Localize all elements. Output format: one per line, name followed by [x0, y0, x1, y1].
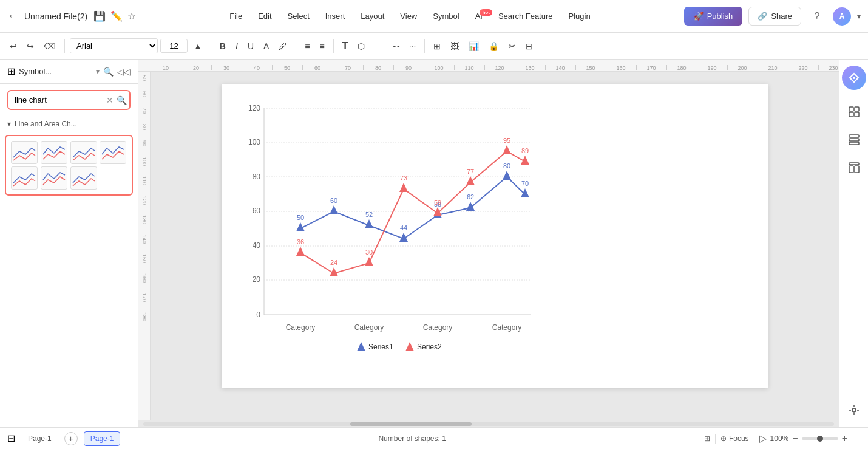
table-button[interactable]: ⊞ — [430, 39, 444, 53]
add-page-icon: + — [69, 434, 73, 444]
text-button[interactable]: T — [339, 38, 352, 54]
cut-button[interactable]: ✂ — [505, 39, 520, 53]
style-icon — [848, 106, 860, 118]
svg-text:80: 80 — [503, 162, 510, 170]
menu-item-ai[interactable]: AIhot — [468, 8, 490, 24]
star-icon[interactable]: ☆ — [127, 10, 136, 22]
play-icon[interactable]: ▷ — [759, 433, 767, 444]
help-button[interactable]: ? — [807, 7, 827, 26]
target-icon: ⊕ — [721, 434, 727, 443]
panel-chevron-icon: ▾ — [96, 67, 100, 76]
redo-button[interactable]: ↪ — [23, 39, 38, 53]
svg-rect-49 — [849, 142, 859, 145]
font-family-select[interactable]: Arial Helvetica Times New Roman — [70, 38, 158, 53]
line-color-button[interactable]: — — [371, 39, 387, 53]
artstudio-button[interactable] — [842, 66, 866, 90]
dash-line-button[interactable]: ··· — [405, 39, 420, 53]
back-button[interactable]: ← — [7, 10, 18, 22]
share-button[interactable]: 🔗 Share — [748, 7, 801, 26]
italic-button[interactable]: I — [232, 39, 242, 53]
line-style-button[interactable]: - - — [389, 39, 402, 53]
menu-item-layout[interactable]: Layout — [353, 8, 392, 24]
svg-text:Category: Category — [423, 323, 453, 332]
zoom-level: 100% — [770, 434, 789, 443]
ruler-tick-220: 220 — [788, 65, 818, 71]
ruler-vtick-140: 140 — [141, 235, 147, 244]
chart-thumb-5[interactable] — [41, 166, 67, 190]
data-panel-button[interactable] — [843, 129, 865, 151]
section-label: Line and Area Ch... — [15, 120, 77, 128]
layout-panel-button[interactable] — [843, 157, 865, 179]
s2-point-3 — [365, 257, 373, 266]
menu-item-select[interactable]: Select — [280, 8, 317, 24]
panel-search-button[interactable]: 🔍 — [103, 67, 114, 77]
undo-button[interactable]: ↩ — [6, 39, 21, 53]
menu-item-insert[interactable]: Insert — [318, 8, 353, 24]
menu-item-search-feature[interactable]: Search Feature — [491, 8, 560, 24]
zoom-slider[interactable] — [802, 437, 838, 440]
highlight-button[interactable]: 🖊 — [275, 39, 291, 53]
pages-toggle-button[interactable]: ⊟ — [7, 433, 15, 444]
font-size-up-button[interactable]: ▲ — [190, 39, 206, 53]
ruler-vtick-170: 170 — [141, 293, 147, 302]
ruler-vtick-100: 100 — [141, 157, 147, 166]
section-collapse-icon: ▾ — [7, 120, 11, 128]
horizontal-scrollbar[interactable] — [138, 420, 839, 427]
chart-thumb-0[interactable] — [11, 141, 38, 164]
ruler-vtick-70: 70 — [141, 108, 147, 114]
settings-bottom-button[interactable] — [843, 399, 865, 421]
bold-button[interactable]: B — [216, 39, 229, 53]
chart-thumb-4[interactable] — [11, 166, 38, 190]
underline-button[interactable]: U — [244, 39, 257, 53]
add-page-button[interactable]: + — [64, 432, 78, 445]
canvas-content[interactable]: 120 100 80 60 40 20 0 Category Category … — [151, 72, 839, 420]
ruler-top: 1020304050607080901001101201301401501601… — [138, 60, 839, 72]
image-button[interactable]: 🖼 — [447, 39, 463, 53]
panel-collapse-button[interactable]: ◁◁ — [117, 67, 131, 77]
page-tab-inactive[interactable]: Page-1 — [21, 431, 58, 446]
avatar[interactable]: A — [833, 7, 851, 26]
section-header[interactable]: ▾ Line and Area Ch... — [0, 116, 138, 132]
search-clear-icon[interactable]: ✕ — [106, 95, 114, 105]
ruler-vtick-80: 80 — [141, 124, 147, 130]
shape-button[interactable]: ⬡ — [354, 39, 368, 53]
align-center-button[interactable]: ≡ — [316, 39, 328, 53]
chart-button[interactable]: 📊 — [465, 39, 483, 53]
chart-thumb-2[interactable] — [70, 141, 97, 164]
align-left-button[interactable]: ≡ — [301, 39, 313, 53]
layers-button[interactable]: ⊞ — [704, 434, 710, 443]
main-area: ⊞ Symbol... ▾ 🔍 ◁◁ ✕ 🔍 ▾ Line and Area C… — [0, 60, 868, 427]
avatar-chevron[interactable]: ▾ — [857, 12, 861, 21]
chart-thumb-6[interactable] — [70, 166, 97, 190]
svg-rect-2 — [72, 142, 96, 163]
menu-item-view[interactable]: View — [393, 8, 424, 24]
focus-button[interactable]: ⊕ Focus — [721, 434, 749, 443]
menu-item-symbol[interactable]: Symbol — [426, 8, 466, 24]
zoom-out-button[interactable]: − — [792, 433, 798, 444]
container-button[interactable]: ⊟ — [522, 39, 537, 53]
menu-item-edit[interactable]: Edit — [251, 8, 279, 24]
svg-text:60: 60 — [330, 197, 337, 204]
chart-thumb-3[interactable] — [100, 141, 126, 164]
edit-icon[interactable]: ✏️ — [110, 10, 123, 22]
style-panel-button[interactable] — [843, 101, 865, 123]
scrollbar-thumb[interactable] — [350, 422, 472, 426]
ruler-tick-140: 140 — [545, 65, 575, 71]
fullscreen-button[interactable]: ⛶ — [851, 433, 861, 444]
publish-button[interactable]: 🚀 Publish — [684, 7, 743, 26]
panel-title: Symbol... — [19, 67, 92, 76]
lock-button[interactable]: 🔒 — [485, 39, 503, 53]
page-tab-active[interactable]: Page-1 — [84, 431, 121, 446]
search-submit-button[interactable]: 🔍 — [117, 95, 127, 105]
zoom-in-button[interactable]: + — [842, 433, 847, 444]
font-size-input[interactable] — [160, 39, 188, 53]
save-icon[interactable]: 💾 — [93, 10, 106, 22]
menu-item-file[interactable]: File — [222, 8, 249, 24]
s2-point-7 — [503, 145, 511, 154]
svg-rect-4 — [12, 168, 36, 188]
menu-item-plugin[interactable]: Plugin — [561, 8, 598, 24]
clear-format-button[interactable]: ⌫ — [40, 39, 59, 53]
scrollbar-track — [143, 422, 834, 426]
chart-thumb-1[interactable] — [41, 141, 67, 164]
font-color-button[interactable]: A — [260, 39, 273, 53]
